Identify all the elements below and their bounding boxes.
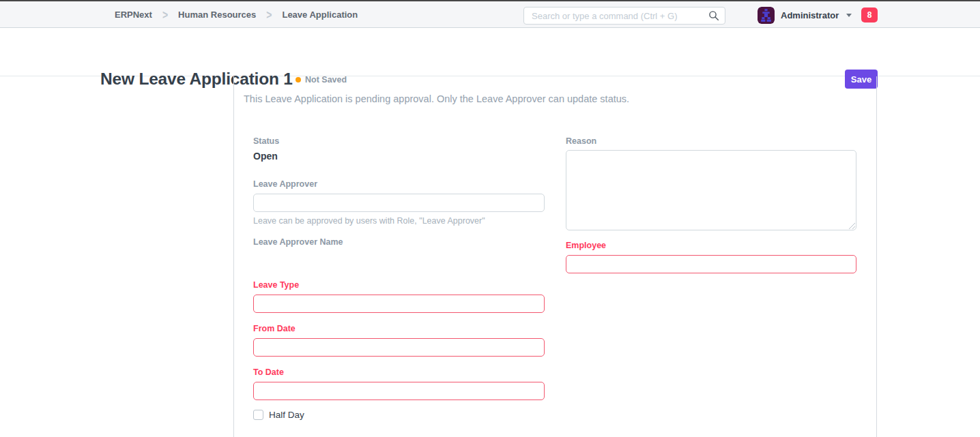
form-right-border	[876, 76, 877, 437]
reason-field	[566, 150, 856, 230]
to-date-input[interactable]	[253, 382, 545, 400]
breadcrumb-item-human-resources[interactable]: Human Resources	[178, 10, 256, 20]
pending-approval-notice: This Leave Application is pending approv…	[244, 93, 858, 104]
notification-badge[interactable]: 8	[861, 7, 878, 22]
leave-approver-label: Leave Approver	[253, 179, 317, 189]
not-saved-dot-icon	[296, 77, 301, 82]
user-name: Administrator	[781, 10, 839, 20]
form-left-border	[233, 76, 234, 437]
half-day-checkbox[interactable]	[253, 410, 263, 420]
navbar: ERPNext > Human Resources > Leave Applic…	[0, 1, 980, 28]
user-menu[interactable]: Administrator	[758, 6, 852, 24]
from-date-input[interactable]	[253, 338, 545, 357]
search-input[interactable]	[523, 7, 725, 25]
employee-input[interactable]	[566, 255, 856, 273]
avatar	[758, 7, 775, 24]
chevron-down-icon	[846, 14, 852, 17]
leave-approver-help: Leave can be approved by users with Role…	[253, 216, 485, 226]
search-icon	[708, 10, 719, 21]
not-saved-label: Not Saved	[305, 75, 347, 85]
half-day-label: Half Day	[269, 410, 304, 420]
leave-approver-input[interactable]	[253, 194, 545, 212]
status-label: Status	[253, 136, 279, 146]
reason-label: Reason	[566, 136, 596, 146]
leave-approver-name-label: Leave Approver Name	[253, 237, 343, 247]
breadcrumb-item-erpnext[interactable]: ERPNext	[115, 10, 152, 20]
breadcrumb-item-leave-application[interactable]: Leave Application	[282, 10, 358, 20]
reason-textarea[interactable]	[566, 150, 856, 230]
employee-label: Employee	[566, 241, 606, 250]
breadcrumb-separator-icon: >	[266, 8, 272, 22]
half-day-field: Half Day	[253, 410, 304, 420]
global-search	[523, 7, 725, 25]
breadcrumb-separator-icon: >	[162, 8, 168, 22]
page-header: New Leave Application 1 Not Saved Save	[0, 29, 980, 76]
to-date-label: To Date	[253, 367, 284, 377]
breadcrumb: ERPNext > Human Resources > Leave Applic…	[115, 1, 358, 28]
leave-type-input[interactable]	[253, 295, 545, 313]
status-value: Open	[253, 151, 278, 162]
save-status-indicator: Not Saved	[296, 75, 347, 85]
leave-type-label: Leave Type	[253, 280, 299, 290]
page-title: New Leave Application 1	[100, 70, 293, 89]
erpnext-app: ERPNext > Human Resources > Leave Applic…	[0, 0, 980, 437]
from-date-label: From Date	[253, 324, 296, 333]
save-button[interactable]: Save	[845, 70, 878, 89]
